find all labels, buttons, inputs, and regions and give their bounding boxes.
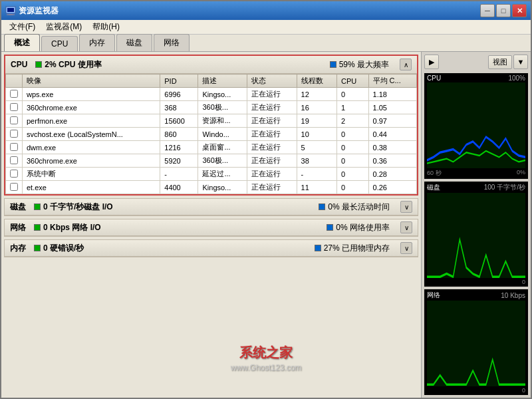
cpu-title: CPU [11,60,27,69]
svg-rect-5 [427,301,525,386]
col-desc[interactable]: 描述 [198,74,247,88]
cpu-graph-area [427,82,525,168]
disk-stat2: 0% 最长活动时间 [319,201,390,213]
col-pid[interactable]: PID [160,74,198,88]
row-check[interactable] [6,88,23,101]
row-cpu: 0 [336,168,368,181]
window-title: 资源监视器 [19,5,59,17]
col-status[interactable]: 状态 [247,74,297,88]
memory-collapse-btn[interactable]: ∨ [400,242,412,254]
row-name: svchost.exe (LocalSystemN... [23,128,160,141]
table-row[interactable]: wps.exe 6996 Kingso... 正在运行 12 0 1.18 [6,88,417,101]
table-row[interactable]: perfmon.exe 15600 资源和... 正在运行 19 2 0.97 [6,114,417,128]
table-row[interactable]: 系统中断 - 延迟过... 正在运行 - 0 0.28 [6,168,417,181]
row-threads: 16 [297,101,336,114]
col-cpu[interactable]: CPU [336,74,368,88]
row-desc: Kingso... [198,181,247,194]
expand-button[interactable]: ▶ [424,55,439,69]
network-section-header[interactable]: 网络 0 Kbps 网络 I/O 0% 网络使用率 ∨ [5,219,418,236]
row-desc: 360极... [198,154,247,168]
memory-stat1: 0 硬错误/秒 [34,243,84,254]
row-desc: 延迟过... [198,168,247,181]
memory-stat1-dot [34,245,41,251]
row-check[interactable] [6,168,23,181]
row-name: 360chrome.exe [23,154,160,168]
tab-overview[interactable]: 概述 [4,34,40,51]
process-checkbox[interactable] [10,103,18,111]
title-bar-left: 资源监视器 [5,5,59,17]
maximize-button[interactable]: □ [496,4,511,17]
menu-help[interactable]: 帮助(H) [87,20,125,34]
tab-network[interactable]: 网络 [154,34,190,51]
col-avg[interactable]: 平均 C... [368,74,416,88]
row-check[interactable] [6,101,23,114]
process-checkbox[interactable] [10,170,18,178]
process-checkbox[interactable] [10,90,18,98]
memory-stat2: 27% 已用物理内存 [315,243,390,254]
cpu-stat2: 59% 最大频率 [330,59,389,70]
table-row[interactable]: dwm.exe 1216 桌面窗... 正在运行 5 0 0.38 [6,141,417,154]
network-collapse-btn[interactable]: ∨ [400,221,412,233]
disk-collapse-btn[interactable]: ∨ [400,201,412,213]
network-graph-footer: 0 [427,387,525,394]
row-threads: 11 [297,181,336,194]
row-name: dwm.exe [23,141,160,154]
memory-section-header[interactable]: 内存 0 硬错误/秒 27% 已用物理内存 ∨ [5,240,418,257]
row-cpu: 0 [336,88,368,101]
row-desc: 360极... [198,101,247,114]
menu-monitor[interactable]: 监视器(M) [41,20,87,34]
row-name: wps.exe [23,88,160,101]
process-checkbox[interactable] [10,130,18,138]
tab-memory[interactable]: 内存 [79,34,115,51]
col-threads[interactable]: 线程数 [297,74,336,88]
memory-title: 内存 [10,243,26,254]
row-status: 正在运行 [247,101,297,114]
network-graph-block: 网络 10 Kbps 0 [424,289,528,395]
memory-stat2-label: 27% 已用物理内存 [324,243,390,254]
right-panel: ▶ 视图 ▼ CPU 100% [421,52,531,398]
network-stat2-dot [327,224,333,231]
view-button[interactable]: 视图 [488,55,512,69]
row-name: perfmon.exe [23,114,160,128]
menu-file[interactable]: 文件(F) [4,20,41,34]
close-button[interactable]: ✕ [512,4,527,17]
table-row[interactable]: 360chrome.exe 5920 360极... 正在运行 38 0 0.3… [6,154,417,168]
row-cpu: 0 [336,141,368,154]
row-status: 正在运行 [247,114,297,128]
col-name[interactable]: 映像 [23,74,160,88]
process-checkbox[interactable] [10,183,18,191]
cpu-collapse-btn[interactable]: ∧ [400,59,412,70]
row-avg: 0.38 [368,141,416,154]
row-check[interactable] [6,141,23,154]
table-row[interactable]: svchost.exe (LocalSystemN... 860 Windo..… [6,128,417,141]
process-checkbox[interactable] [10,116,18,124]
row-check[interactable] [6,128,23,141]
view-dropdown-button[interactable]: ▼ [513,55,528,69]
main-window: 资源监视器 ─ □ ✕ 文件(F) 监视器(M) 帮助(H) 概述 CPU 内存… [0,0,532,399]
row-avg: 1.18 [368,88,416,101]
table-row[interactable]: 360chrome.exe 368 360极... 正在运行 16 1 1.05 [6,101,417,114]
cpu-graph-title: CPU [427,74,441,82]
disk-section-header[interactable]: 磁盘 0 千字节/秒磁盘 I/O 0% 最长活动时间 ∨ [5,199,418,215]
row-check[interactable] [6,154,23,168]
memory-header-right: 27% 已用物理内存 ∨ [315,242,412,254]
row-status: 正在运行 [247,128,297,141]
cpu-section: CPU 2% CPU 使用率 59% 最大频率 ∧ [4,55,418,196]
network-graph-right: 0 [522,387,525,394]
table-row[interactable]: et.exe 4400 Kingso... 正在运行 11 0 0.26 [6,181,417,194]
tab-cpu[interactable]: CPU [41,36,78,51]
process-checkbox[interactable] [10,156,18,164]
row-pid: 6996 [160,88,198,101]
process-checkbox[interactable] [10,143,18,151]
minimize-button[interactable]: ─ [480,4,495,17]
view-controls: 视图 ▼ [488,55,528,69]
tab-bar: 概述 CPU 内存 磁盘 网络 [1,35,531,52]
cpu-graph-svg [427,82,525,168]
title-bar: 资源监视器 ─ □ ✕ [1,1,531,20]
row-check[interactable] [6,114,23,128]
network-graph-title: 网络 [427,291,440,300]
row-threads: 38 [297,154,336,168]
tab-disk[interactable]: 磁盘 [116,34,152,51]
cpu-section-header[interactable]: CPU 2% CPU 使用率 59% 最大频率 ∧ [5,56,417,74]
row-check[interactable] [6,181,23,194]
